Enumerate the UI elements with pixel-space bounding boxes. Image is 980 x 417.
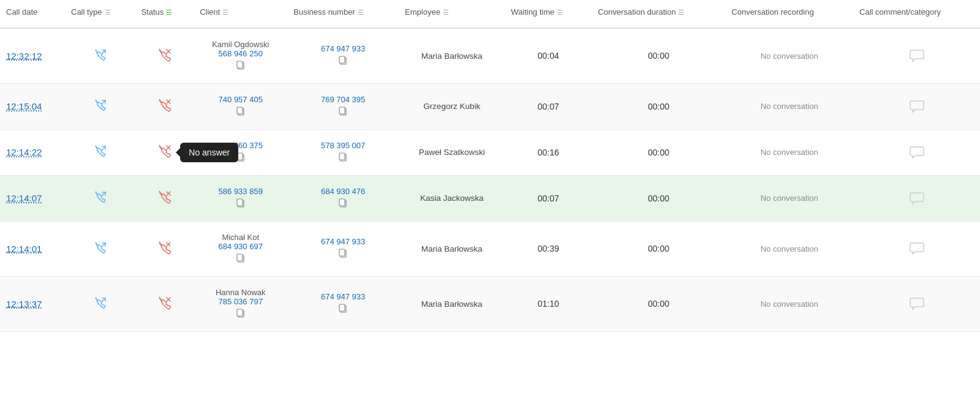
recording-value: No conversation [761,51,818,61]
call-date-value[interactable]: 12:32:12 [6,51,42,61]
svg-rect-8 [339,56,345,63]
comment-icon[interactable] [859,296,974,312]
copy-icon[interactable] [339,107,347,116]
employee-name: Maria Barłowska [421,244,483,254]
status-cell [135,175,194,221]
employee-name: Paweł Szatkowski [419,148,485,157]
col-header-conversation-duration: Conversation duration ☰ [592,0,725,28]
table-row: 12:14:07 586 933 859 684 930 47 [0,175,980,221]
comment-cell [853,276,980,331]
svg-line-29 [102,192,105,196]
conversation-duration-value: 00:00 [648,148,669,157]
comment-icon[interactable] [859,48,974,64]
comment-cell [853,175,980,221]
copy-icon[interactable] [236,198,245,208]
employee-cell: Paweł Szatkowski [399,129,505,175]
business-number-cell: 578 395 007 [287,129,399,175]
call-date-cell: 12:14:22 [0,129,65,175]
recording-cell: No conversation [725,83,853,129]
col-header-call-comment: Call comment/category [853,0,980,28]
call-date-value[interactable]: 12:13:37 [6,299,42,309]
call-date-cell: 12:32:12 [0,28,65,84]
call-type-cell [65,83,135,129]
call-date-cell: 12:15:04 [0,83,65,129]
svg-line-20 [102,146,105,150]
waiting-time-filter-icon[interactable]: ☰ [557,9,563,17]
employee-name: Grzegorz Kubik [423,102,480,111]
recording-value: No conversation [761,299,818,309]
client-phone[interactable]: 740 957 405 [200,95,281,104]
copy-icon[interactable] [236,309,245,318]
business-number-cell: 674 947 933 [287,28,399,84]
copy-icon[interactable] [339,56,347,66]
col-header-client: Client ☰ [194,0,287,28]
call-date-value[interactable]: 12:14:07 [6,193,42,203]
client-phone[interactable]: 586 933 859 [200,187,281,196]
comment-icon[interactable] [859,99,974,115]
status-cell [135,221,194,276]
waiting-time-cell: 00:07 [505,83,592,129]
call-date-cell: 12:13:37 [0,276,65,331]
missed-icon-wrapper: No answer [154,141,174,163]
comment-cell [853,83,980,129]
copy-icon[interactable] [339,304,347,314]
copy-icon[interactable] [339,152,347,162]
business-number[interactable]: 674 947 933 [293,44,393,53]
employee-cell: Maria Barłowska [399,221,505,276]
business-number[interactable]: 769 704 395 [293,95,393,104]
business-number[interactable]: 684 930 476 [293,187,393,196]
call-type-cell [65,129,135,175]
client-phone[interactable]: 459 860 375 [200,141,281,150]
business-number-filter-icon[interactable]: ☰ [358,9,364,17]
copy-icon[interactable] [339,249,347,258]
call-date-value[interactable]: 12:14:22 [6,147,42,157]
calls-table: Call date Call type ☰ Status ☰ [0,0,980,332]
call-type-filter-icon[interactable]: ☰ [105,9,111,17]
recording-cell: No conversation [725,276,853,331]
client-cell: Hanna Nowak 785 036 797 [194,276,287,331]
call-type-cell [65,221,135,276]
conversation-duration-value: 00:00 [648,51,669,61]
business-number-cell: 674 947 933 [287,221,399,276]
copy-icon[interactable] [236,254,245,263]
status-filter-icon[interactable]: ☰ [166,9,172,17]
calls-table-container: Call date Call type ☰ Status ☰ [0,0,980,332]
business-number[interactable]: 578 395 007 [293,141,393,150]
comment-icon[interactable] [859,241,974,257]
svg-rect-51 [237,309,243,316]
employee-filter-icon[interactable]: ☰ [443,9,449,17]
call-date-cell: 12:14:01 [0,221,65,276]
conversation-duration-value: 00:00 [648,193,669,203]
svg-line-2 [102,50,105,54]
copy-icon[interactable] [236,61,245,70]
call-date-value[interactable]: 12:15:04 [6,101,42,111]
client-name: Hanna Nowak [200,288,281,297]
svg-line-47 [102,298,105,302]
business-number[interactable]: 674 947 933 [293,237,393,246]
employee-cell: Maria Barłowska [399,276,505,331]
waiting-time-value: 00:07 [538,193,559,203]
copy-icon[interactable] [339,198,347,208]
client-name: Michał Kot [200,233,281,242]
employee-name: Kasia Jackowska [420,193,484,203]
conversation-duration-filter-icon[interactable]: ☰ [678,9,684,17]
client-phone[interactable]: 568 946 250 [200,49,281,58]
business-number-cell: 674 947 933 [287,276,399,331]
client-phone[interactable]: 785 036 797 [200,297,281,306]
copy-icon[interactable] [236,107,245,116]
svg-rect-33 [237,199,243,206]
comment-icon[interactable] [859,145,974,160]
svg-rect-17 [339,107,345,114]
waiting-time-value: 00:16 [538,148,559,157]
business-number[interactable]: 674 947 933 [293,292,393,301]
comment-icon[interactable] [859,190,974,206]
missed-icon-wrapper [154,96,174,117]
copy-icon[interactable] [236,152,245,162]
status-cell [135,276,194,331]
client-filter-icon[interactable]: ☰ [222,9,228,17]
client-phone[interactable]: 684 930 697 [200,242,281,251]
svg-rect-15 [237,107,243,114]
call-date-value[interactable]: 12:14:01 [6,244,42,254]
waiting-time-value: 01:10 [538,299,559,309]
waiting-time-cell: 00:39 [505,221,592,276]
